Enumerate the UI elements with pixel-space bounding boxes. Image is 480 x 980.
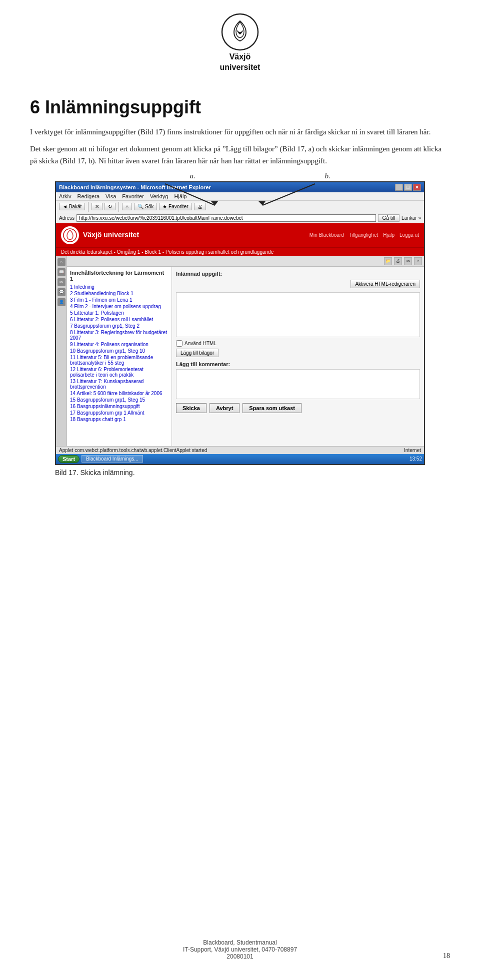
course-item-17[interactable]: 17 Basgruppsforum grp 1 Allmänt	[70, 410, 168, 416]
menu-redigera[interactable]: Redigera	[77, 193, 100, 199]
content-panels: Innehållsförteckning för Lärmoment 1 1 I…	[67, 267, 424, 446]
separator2	[118, 202, 119, 212]
blackboard-header: Växjö universitet Min Blackboard Tillgän…	[56, 223, 424, 247]
course-item-13[interactable]: 13 Litteratur 7: Kunskapsbaserad brottsp…	[70, 378, 168, 390]
course-item-6[interactable]: 6 Litteratur 2: Polisens roll i samhälle…	[70, 316, 168, 323]
favorites-button[interactable]: ★ Favoriter	[159, 203, 192, 210]
skicka-button[interactable]: Skicka	[176, 403, 206, 413]
footer-line1: Blackboard, Studentmanual	[0, 939, 480, 946]
university-logo: Växjö universitet	[220, 12, 260, 73]
page-number: 18	[443, 952, 450, 960]
print-button[interactable]: 🖨	[194, 203, 206, 210]
bb-logo-icon	[61, 226, 79, 244]
course-item-10[interactable]: 10 Basgruppsforum grp1, Steg 10	[70, 348, 168, 354]
go-button[interactable]: Gå till	[378, 214, 400, 222]
course-item-8[interactable]: 8 Litteratur 3: Regleringsbrev för budge…	[70, 329, 168, 341]
browser-screenshot: Blackboard Inlärningssystem - Microsoft …	[55, 181, 425, 465]
sidebar-mail-icon[interactable]: ✉	[58, 278, 66, 286]
close-button[interactable]: ✕	[413, 184, 421, 191]
sidebar-book-icon[interactable]: 📖	[58, 268, 66, 276]
screenshot-wrapper: a. b. Blackboard Inlärningssystem - Micr…	[30, 172, 450, 477]
bb-icon3[interactable]: ✉	[404, 257, 412, 265]
search-button[interactable]: 🔍 Sök	[134, 203, 157, 210]
sidebar-icons: ⌂ 📖 ✉ 💬 👤	[56, 256, 67, 446]
comment-label: Lägg till kommentar:	[176, 361, 420, 367]
logo-icon	[220, 12, 260, 52]
course-item-14[interactable]: 14 Artikel: 5 600 färre bilistskador år …	[70, 390, 168, 397]
taskbar-bb-item[interactable]: Blackboard Inlärnings...	[82, 455, 143, 463]
label-b: b.	[324, 172, 330, 180]
logo-text: Växjö universitet	[220, 52, 260, 73]
html-checkbox-label: Använd HTML	[184, 341, 216, 346]
comment-text-area[interactable]	[176, 369, 420, 399]
menu-favoriter[interactable]: Favoriter	[122, 193, 144, 199]
content-area: 📁 🖨 ✉ ? Innehållsförteckning för Lärmome…	[67, 256, 424, 446]
label-a: a.	[190, 172, 195, 180]
course-item-1[interactable]: 1 Inledning	[70, 284, 168, 290]
right-panel: Inlämnad uppgift: Aktivera HTML-redigera…	[172, 267, 424, 446]
separator1	[88, 202, 88, 212]
bb-icon2[interactable]: 🖨	[394, 257, 402, 265]
course-item-4[interactable]: 4 Film 2 - Intervjuer om polisens uppdra…	[70, 303, 168, 310]
stop-button[interactable]: ✕	[92, 203, 102, 210]
page-footer: Blackboard, Studentmanual IT-Support, Vä…	[0, 939, 480, 960]
sidebar-user-icon[interactable]: 👤	[58, 298, 66, 306]
action-buttons: Skicka Avbryt Spara som utkast	[176, 403, 420, 413]
course-item-5[interactable]: 5 Litteratur 1: Polislagen	[70, 310, 168, 316]
paragraph2: Det sker genom att ni bifogar ert dokume…	[30, 143, 450, 167]
upload-area[interactable]	[176, 292, 420, 337]
bb-toolbar-row: 📁 🖨 ✉ ?	[67, 256, 424, 267]
lagg-till-bilagor-button[interactable]: Lägg till bilagor	[176, 349, 218, 357]
home-button[interactable]: ⌂	[122, 203, 132, 210]
left-panel: Innehållsförteckning för Lärmoment 1 1 I…	[67, 267, 172, 446]
menu-hjalp[interactable]: Hjälp	[174, 193, 186, 199]
course-item-15[interactable]: 15 Basgruppsforum grp1, Steg 15	[70, 397, 168, 403]
nav-tillganglighet[interactable]: Tillgänglighet	[349, 232, 378, 238]
bb-logo: Växjö universitet	[61, 226, 139, 244]
maximize-button[interactable]: □	[404, 184, 412, 191]
page-content: 6 Inlämningsuppgift I verktyget för inlä…	[0, 97, 480, 477]
browser-toolbar: ◄ Bakåt ✕ ↻ ⌂ 🔍 Sök ★ Favoriter 🖨	[56, 201, 424, 213]
course-item-2[interactable]: 2 Studiehandledning Block 1	[70, 290, 168, 297]
refresh-button[interactable]: ↻	[104, 203, 116, 210]
window-title: Blackboard Inlärningssystem - Microsoft …	[59, 184, 395, 190]
bb-nav-links: Min Blackboard Tillgänglighet Hjälp Logg…	[310, 232, 419, 238]
bb-icon4[interactable]: ?	[414, 257, 422, 265]
course-item-9[interactable]: 9 Litteratur 4: Polisens organisation	[70, 341, 168, 348]
avbryt-button[interactable]: Avbryt	[210, 403, 240, 413]
course-item-18[interactable]: 18 Basgrupps chatt grp 1	[70, 416, 168, 423]
arrows-overlay: Blackboard Inlärningssystem - Microsoft …	[55, 181, 425, 465]
address-label: Adress	[59, 215, 74, 221]
course-items-list: 1 Inledning 2 Studiehandledning Block 1 …	[70, 284, 168, 423]
minimize-button[interactable]: _	[395, 184, 403, 191]
footer-line2: IT-Support, Växjö universitet, 0470-7088…	[0, 946, 480, 953]
nav-logga-ut[interactable]: Logga ut	[400, 232, 419, 238]
html-editor-row: Aktivera HTML-redigeraren	[176, 280, 420, 290]
taskbar-time: 13:52	[410, 456, 422, 462]
menu-visa[interactable]: Visa	[106, 193, 116, 199]
page-header: Växjö universitet	[0, 0, 480, 85]
address-input[interactable]	[76, 214, 376, 222]
course-item-7[interactable]: 7 Basgruppsforum grp1, Steg 2	[70, 323, 168, 329]
nav-hjalp[interactable]: Hjälp	[383, 232, 394, 238]
back-button[interactable]: ◄ Bakåt	[59, 203, 85, 210]
course-item-11[interactable]: 11 Litteratur 5: Bli en problemlösande b…	[70, 354, 168, 366]
sidebar-chat-icon[interactable]: 💬	[58, 288, 66, 296]
course-item-3[interactable]: 3 Film 1 - Filmen om Lena 1	[70, 297, 168, 303]
address-bar: Adress Gå till Länkar »	[56, 213, 424, 223]
bb-icon1[interactable]: 📁	[384, 257, 392, 265]
nav-min-blackboard[interactable]: Min Blackboard	[310, 232, 344, 238]
html-editor-button[interactable]: Aktivera HTML-redigeraren	[350, 280, 420, 288]
chapter-title: 6 Inlämningsuppgift	[30, 97, 450, 118]
caption-wrapper: Bild 17. Skicka inlämning.	[55, 468, 425, 477]
html-checkbox[interactable]	[176, 340, 182, 347]
menu-verktyg[interactable]: Verktyg	[150, 193, 168, 199]
course-item-16[interactable]: 16 Basgruppsinlämningsuppgift	[70, 403, 168, 410]
menu-bar: Arkiv Redigera Visa Favoriter Verktyg Hj…	[56, 192, 424, 201]
menu-arkiv[interactable]: Arkiv	[59, 193, 71, 199]
course-item-12[interactable]: 12 Litteratur 6: Problemorienterat polis…	[70, 366, 168, 378]
bb-logo-text: Växjö universitet	[83, 231, 139, 239]
start-button[interactable]: Start	[58, 455, 80, 463]
spara-utkast-button[interactable]: Spara som utkast	[242, 403, 302, 413]
sidebar-home-icon[interactable]: ⌂	[58, 258, 66, 266]
